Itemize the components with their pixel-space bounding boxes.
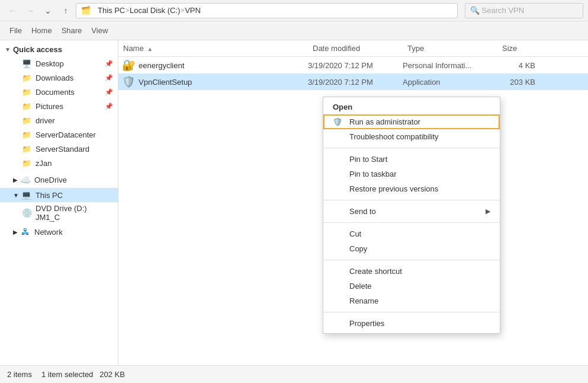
ctx-divider-3 bbox=[323, 222, 500, 223]
file-size: 4 KB bbox=[497, 61, 545, 70]
folder-icon-serverstandard: 📁 bbox=[21, 143, 32, 154]
file-size: 203 KB bbox=[497, 78, 545, 87]
pin-icon-documents: 📌 bbox=[105, 88, 113, 96]
ctx-copy[interactable]: Copy bbox=[323, 241, 500, 256]
ctx-open-label[interactable]: Open bbox=[323, 100, 500, 114]
toolbar: File Home Share View bbox=[0, 21, 588, 40]
sidebar-label-onedrive: OneDrive bbox=[34, 175, 67, 184]
ctx-section-pin: Pin to Start Pin to taskbar Restore prev… bbox=[323, 149, 500, 199]
ctx-cut[interactable]: Cut bbox=[323, 226, 500, 241]
col-name[interactable]: Name ▲ bbox=[118, 43, 308, 54]
sidebar-item-driver[interactable]: 📁 driver bbox=[8, 113, 118, 127]
sidebar-item-pictures[interactable]: 📁 Pictures 📌 bbox=[8, 99, 118, 113]
ctx-pin-start[interactable]: Pin to Start bbox=[323, 152, 500, 167]
folder-icon-driver: 📁 bbox=[21, 115, 32, 126]
desktop-icon: 🖥️ bbox=[21, 58, 32, 69]
ctx-section-manage: Create shortcut Delete Rename bbox=[323, 261, 500, 311]
file-date: 3/19/2020 7:12 PM bbox=[308, 61, 403, 70]
sidebar-section-quick-access[interactable]: ▼ Quick access bbox=[0, 43, 118, 56]
column-headers: Name ▲ Date modified Type Size bbox=[118, 40, 588, 57]
file-icon-cert: 🔐 bbox=[122, 59, 135, 72]
quick-access-label: Quick access bbox=[13, 45, 62, 54]
recent-button[interactable]: ⌄ bbox=[40, 3, 56, 18]
file-name: eenergyclient bbox=[139, 61, 308, 70]
col-size[interactable]: Size bbox=[497, 43, 545, 54]
ctx-section-send: Send to ▶ bbox=[323, 202, 500, 221]
sort-arrow: ▲ bbox=[147, 46, 153, 52]
chevron-icon-onedrive: ▶ bbox=[13, 177, 18, 183]
ctx-pin-taskbar[interactable]: Pin to taskbar bbox=[323, 167, 500, 181]
address-icon: 🗂️ bbox=[81, 6, 91, 15]
sidebar-item-serverdatacenter[interactable]: 📁 ServerDatacenter bbox=[8, 127, 118, 142]
ctx-delete[interactable]: Delete bbox=[323, 279, 500, 293]
title-bar: ← → ⌄ ↑ 🗂️ This PC > Local Disk (C:) > V… bbox=[0, 0, 588, 21]
ctx-properties[interactable]: Properties bbox=[323, 316, 500, 331]
search-bar[interactable]: 🔍 Search VPN bbox=[465, 3, 583, 18]
address-bar[interactable]: 🗂️ This PC > Local Disk (C:) > VPN bbox=[76, 3, 458, 18]
ctx-send-to[interactable]: Send to ▶ bbox=[323, 204, 500, 219]
sidebar-label-network: Network bbox=[34, 228, 63, 237]
toolbar-file-tab[interactable]: File bbox=[5, 26, 27, 35]
file-type: Personal Informati... bbox=[403, 61, 497, 70]
dvd-icon: 💿 bbox=[21, 208, 32, 218]
table-row[interactable]: 🔐 eenergyclient 3/19/2020 7:12 PM Person… bbox=[118, 57, 588, 74]
sidebar-label-driver: driver bbox=[36, 116, 55, 125]
up-button[interactable]: ↑ bbox=[58, 3, 73, 18]
folder-icon-serverdatacenter: 📁 bbox=[21, 129, 32, 140]
file-area: Name ▲ Date modified Type Size 🔐 eenergy… bbox=[118, 40, 588, 365]
ctx-rename[interactable]: Rename bbox=[323, 293, 500, 308]
sidebar-label-desktop: Desktop bbox=[36, 59, 64, 68]
toolbar-share-tab[interactable]: Share bbox=[57, 26, 87, 35]
forward-button[interactable]: → bbox=[23, 3, 38, 18]
main-layout: ▼ Quick access 🖥️ Desktop 📌 📁 Downloads … bbox=[0, 40, 588, 365]
folder-icon-documents: 📁 bbox=[21, 87, 32, 97]
submenu-arrow: ▶ bbox=[486, 208, 490, 215]
col-type[interactable]: Type bbox=[403, 43, 497, 54]
ctx-troubleshoot[interactable]: Troubleshoot compatibility bbox=[323, 129, 500, 144]
shield-icon: 🛡️ bbox=[333, 117, 345, 126]
sidebar-item-dvd[interactable]: 💿 DVD Drive (D:) JM1_C bbox=[8, 202, 118, 224]
col-date[interactable]: Date modified bbox=[308, 43, 403, 54]
sidebar-item-downloads[interactable]: 📁 Downloads 📌 bbox=[8, 71, 118, 85]
table-row[interactable]: 🛡️ VpnClientSetup 3/19/2020 7:12 PM Appl… bbox=[118, 74, 588, 90]
sidebar-label-serverstandard: ServerStandard bbox=[36, 145, 89, 154]
toolbar-view-tab[interactable]: View bbox=[86, 26, 113, 35]
file-type: Application bbox=[403, 78, 497, 87]
sidebar-item-network[interactable]: ▶ 🖧 Network bbox=[0, 225, 118, 239]
status-selected: 1 item selected 202 KB bbox=[41, 370, 125, 379]
file-name: VpnClientSetup bbox=[139, 78, 308, 87]
file-list: 🔐 eenergyclient 3/19/2020 7:12 PM Person… bbox=[118, 57, 588, 90]
sidebar-label-pictures: Pictures bbox=[36, 102, 63, 111]
thispc-icon: 💻 bbox=[21, 190, 32, 200]
ctx-create-shortcut[interactable]: Create shortcut bbox=[323, 264, 500, 279]
pin-icon-pictures: 📌 bbox=[105, 103, 113, 110]
file-date: 3/19/2020 7:12 PM bbox=[308, 78, 403, 87]
folder-icon-zjan: 📁 bbox=[21, 158, 32, 168]
sidebar-item-desktop[interactable]: 🖥️ Desktop 📌 bbox=[8, 56, 118, 71]
ctx-divider-5 bbox=[323, 312, 500, 312]
status-count: 2 items bbox=[7, 370, 32, 379]
folder-icon-downloads: 📁 bbox=[21, 72, 32, 83]
chevron-icon-thispc: ▼ bbox=[13, 192, 19, 199]
network-icon: 🖧 bbox=[20, 226, 31, 237]
sidebar-label-thispc: This PC bbox=[36, 191, 63, 200]
toolbar-home-tab[interactable]: Home bbox=[27, 26, 57, 35]
sidebar-label-serverdatacenter: ServerDatacenter bbox=[36, 130, 96, 139]
ctx-section-open: Open 🛡️ Run as administrator Troubleshoo… bbox=[323, 97, 500, 146]
sidebar-item-onedrive[interactable]: ▶ ☁️ OneDrive bbox=[0, 173, 118, 187]
ctx-run-as-admin[interactable]: 🛡️ Run as administrator bbox=[323, 114, 500, 129]
sidebar-item-documents[interactable]: 📁 Documents 📌 bbox=[8, 85, 118, 99]
ctx-restore-versions[interactable]: Restore previous versions bbox=[323, 181, 500, 196]
thispc-sub: 💿 DVD Drive (D:) JM1_C bbox=[0, 202, 118, 224]
quick-access-items: 🖥️ Desktop 📌 📁 Downloads 📌 📁 Documents 📌… bbox=[0, 56, 118, 170]
sidebar-item-thispc[interactable]: ▼ 💻 This PC bbox=[0, 188, 118, 202]
sidebar-label-dvd: DVD Drive (D:) JM1_C bbox=[36, 204, 113, 222]
sidebar-item-serverstandard[interactable]: 📁 ServerStandard bbox=[8, 142, 118, 156]
context-menu: Open 🛡️ Run as administrator Troubleshoo… bbox=[323, 97, 500, 334]
status-bar: 2 items 1 item selected 202 KB bbox=[0, 365, 588, 383]
sidebar-label-downloads: Downloads bbox=[36, 74, 73, 82]
pin-icon: 📌 bbox=[105, 60, 113, 68]
back-button[interactable]: ← bbox=[5, 3, 20, 18]
sidebar-item-zjan[interactable]: 📁 zJan bbox=[8, 156, 118, 170]
folder-icon-pictures: 📁 bbox=[21, 101, 32, 111]
